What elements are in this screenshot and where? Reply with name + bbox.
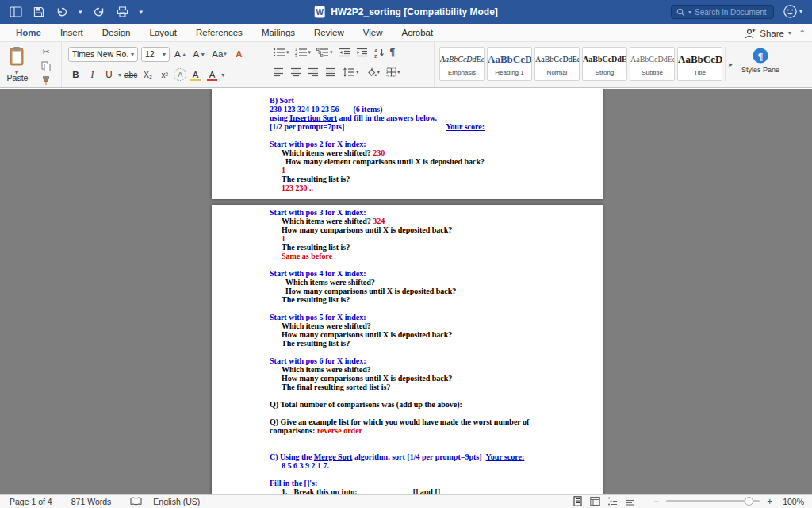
doc-line: How many element comparisons until X is …: [212, 157, 603, 166]
save-icon[interactable]: [33, 5, 44, 19]
underline-caret-icon[interactable]: ▾: [118, 71, 121, 79]
document-canvas[interactable]: B) Sort230 123 324 10 23 56(6 items)usin…: [0, 89, 812, 494]
multilevel-list-icon[interactable]: ▾: [316, 48, 333, 57]
cut-icon[interactable]: ✂: [42, 47, 49, 57]
toolbar-caret-icon[interactable]: ▾: [140, 8, 144, 16]
text-highlight-color-button[interactable]: A: [188, 67, 203, 83]
grow-font-button[interactable]: A▲: [173, 46, 189, 62]
share-button[interactable]: Share ▾: [744, 24, 791, 42]
document-page-2[interactable]: Start with pos 3 for X index:Which items…: [212, 205, 603, 494]
subscript-button[interactable]: X₂: [140, 67, 155, 83]
superscript-button[interactable]: x²: [157, 67, 172, 83]
outline-view-icon[interactable]: [607, 496, 618, 506]
doc-line: Start with pos 2 for X index:: [212, 140, 603, 148]
strikethrough-button[interactable]: abc: [123, 67, 139, 83]
style-subtitle[interactable]: AaBbCcDdEe Subtitle: [630, 47, 675, 81]
more-styles-button[interactable]: ▸: [725, 47, 736, 81]
sort-icon[interactable]: AZ: [373, 48, 385, 58]
zoom-slider-thumb[interactable]: [745, 497, 753, 506]
tab-design[interactable]: Design: [93, 24, 140, 41]
feedback-caret-icon[interactable]: ▾: [799, 8, 802, 15]
style-title[interactable]: AaBbCcDc Title: [677, 47, 722, 81]
shrink-font-button[interactable]: A▼: [192, 46, 208, 62]
web-layout-view-icon[interactable]: [590, 496, 600, 506]
style-normal[interactable]: AaBbCcDdEe Normal: [534, 47, 580, 81]
bullet-list-caret-icon: ▾: [286, 49, 289, 56]
decrease-indent-icon[interactable]: [339, 48, 350, 57]
tab-acrobat[interactable]: Acrobat: [393, 24, 443, 41]
font-color-caret-icon[interactable]: ▾: [221, 71, 224, 79]
search-input[interactable]: ▾ Search in Document: [671, 5, 774, 19]
style-name: Strong: [583, 69, 626, 76]
font-color-button[interactable]: A: [205, 67, 220, 83]
print-icon[interactable]: [117, 5, 128, 19]
language-indicator[interactable]: English (US): [153, 497, 200, 506]
tab-view[interactable]: View: [354, 24, 393, 41]
font-name-select[interactable]: Times New Ro... ▾: [68, 47, 138, 62]
proofing-icon[interactable]: [130, 497, 142, 506]
zoom-in-button[interactable]: +: [767, 496, 772, 507]
text-effects-icon[interactable]: A: [232, 46, 247, 62]
window-panel-icon[interactable]: [10, 5, 22, 19]
borders-icon[interactable]: ▾: [386, 67, 400, 77]
doc-line: How many comparisons until X is deposite…: [212, 330, 603, 339]
shrink-font-label: A: [193, 49, 200, 59]
increase-indent-icon[interactable]: [356, 48, 368, 57]
doc-line: B) Sort: [212, 96, 603, 105]
underline-button[interactable]: U: [102, 67, 117, 83]
page-indicator[interactable]: Page 1 of 4: [10, 497, 52, 506]
tab-layout[interactable]: Layout: [140, 24, 187, 41]
doc-line: Start with pos 6 for X index:: [212, 356, 603, 365]
style-heading1[interactable]: AaBbCcDc Heading 1: [487, 47, 532, 81]
line-spacing-icon[interactable]: ▾: [343, 67, 359, 77]
undo-icon[interactable]: [56, 5, 67, 19]
align-center-icon[interactable]: [290, 67, 301, 77]
styles-pane-button[interactable]: ¶ Styles Pane: [740, 47, 781, 85]
align-left-icon[interactable]: [273, 67, 284, 77]
style-strong[interactable]: AaBbCcDdEe Strong: [582, 47, 627, 81]
tab-insert[interactable]: Insert: [51, 24, 93, 41]
svg-text:¶: ¶: [758, 51, 763, 62]
style-name: Emphasis: [440, 69, 484, 76]
tab-review[interactable]: Review: [304, 24, 354, 41]
italic-button[interactable]: I: [85, 67, 100, 83]
doc-text-run: The resulting list is?: [282, 243, 350, 252]
undo-caret-icon[interactable]: ▾: [79, 8, 82, 16]
feedback-smiley-icon[interactable]: ▾: [783, 4, 802, 19]
paste-button[interactable]: ▾: [5, 46, 29, 76]
shading-bucket-icon[interactable]: ▾: [366, 67, 381, 77]
bullet-list-icon[interactable]: ▾: [273, 48, 289, 57]
zoom-out-button[interactable]: −: [653, 496, 659, 507]
numbered-list-icon[interactable]: 123 ▾: [295, 48, 312, 57]
draft-view-icon[interactable]: [625, 496, 635, 506]
word-count[interactable]: 871 Words: [71, 497, 112, 506]
svg-text:Z: Z: [374, 53, 377, 58]
redo-icon[interactable]: [94, 5, 105, 19]
paste-clipboard-icon: [5, 46, 29, 67]
doc-line: Which items were shifted?: [212, 365, 603, 374]
tab-references[interactable]: References: [186, 24, 252, 41]
print-layout-view-icon[interactable]: [573, 496, 583, 506]
tab-home[interactable]: Home: [6, 24, 51, 41]
doc-text-run: Your score:: [486, 452, 525, 461]
search-scope-caret-icon[interactable]: ▾: [688, 9, 691, 16]
align-right-icon[interactable]: [308, 67, 319, 77]
numbered-list-caret-icon: ▾: [308, 49, 312, 56]
enclose-character-icon[interactable]: A: [174, 68, 186, 81]
format-painter-icon[interactable]: [41, 75, 51, 86]
font-group: Times New Ro... ▾ 12 ▾ A▲ A▼ Aa▾ A B I U…: [62, 42, 266, 87]
doc-text-run: reverse order: [317, 426, 362, 435]
change-case-button[interactable]: Aa▾: [210, 46, 228, 62]
bold-button[interactable]: B: [68, 67, 83, 83]
zoom-slider[interactable]: [666, 500, 760, 502]
style-emphasis[interactable]: AaBbCcDdEe Emphasis: [439, 47, 485, 81]
font-size-select[interactable]: 12 ▾: [141, 47, 170, 62]
collapse-ribbon-button[interactable]: ⌃: [799, 24, 806, 42]
tab-mailings[interactable]: Mailings: [252, 24, 304, 41]
style-sample: AaBbCcDdEe: [535, 48, 579, 69]
pilcrow-icon[interactable]: ¶: [390, 47, 396, 58]
zoom-level[interactable]: 100%: [783, 497, 804, 506]
align-justify-icon[interactable]: [325, 67, 336, 77]
document-page-1[interactable]: B) Sort230 123 324 10 23 56(6 items)usin…: [212, 89, 603, 199]
copy-icon[interactable]: [41, 61, 51, 71]
